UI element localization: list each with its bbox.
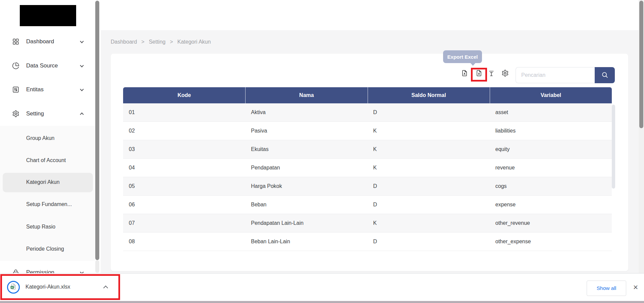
cell-variabel: asset [490,103,612,121]
search-input[interactable] [516,67,595,83]
pie-icon [12,62,19,69]
breadcrumb-separator: > [170,39,173,45]
cell-nama: Pendapatan Lain-Lain [245,214,367,232]
table-row[interactable]: 06 Beban D expense [123,196,612,214]
sidebar-item-dashboard[interactable]: Dashboard [0,34,95,49]
cell-kode: 02 [123,122,245,140]
cell-saldo: K [368,159,490,177]
table-row[interactable]: 08 Beban Lain-Lain D other_expense [123,233,612,251]
sidebar-item-label: Setting [26,110,44,117]
sidebar-item-chart-of-account[interactable]: Chart of Account [0,154,95,166]
cell-saldo: D [368,103,490,121]
sidebar-item-group-akun[interactable]: Group Akun [0,132,95,144]
table-row[interactable]: 05 Harga Pokok D cogs [123,177,612,196]
sidebar-item-setup-rasio[interactable]: Setup Rasio [0,221,95,233]
grid-icon [12,38,19,45]
cell-nama: Aktiva [245,103,367,121]
table-row[interactable]: 07 Pendapatan Lain-Lain K other_revenue [123,214,612,233]
search-button[interactable] [595,67,615,83]
column-header-saldo-normal: Saldo Normal [368,87,490,103]
page-scrollbar-thumb[interactable] [639,1,643,128]
table-scrollbar-thumb[interactable] [612,105,615,189]
kategori-akun-table: Kode Nama Saldo Normal Variabel 01 Aktiv… [123,87,612,251]
sub-item-label: Group Akun [26,135,55,141]
sliders-icon [12,86,19,93]
breadcrumb-setting[interactable]: Setting [149,39,166,45]
chevron-down-icon [79,65,85,67]
column-header-nama: Nama [245,87,367,103]
table-row[interactable]: 04 Pendapatan K revenue [123,159,612,177]
cell-kode: 06 [123,196,245,214]
sub-item-label: Setup Fundamen... [26,201,72,207]
sidebar-item-periode-closing[interactable]: Periode Closing [0,243,95,255]
cell-kode: 01 [123,103,245,121]
annotation-box-download-file [0,274,120,300]
app-logo [20,5,76,26]
export-excel-tooltip: Export Excel [443,50,482,63]
breadcrumb-kategori-akun[interactable]: Kategori Akun [177,39,211,45]
cell-nama: Harga Pokok [245,177,367,195]
sidebar-item-permission[interactable]: Permission [0,265,95,273]
show-all-button[interactable]: Show all [587,281,626,296]
column-header-variabel: Variabel [490,87,612,103]
sidebar-item-kategori-akun[interactable]: Kategori Akun [0,176,95,188]
cell-nama: Beban [245,196,367,214]
setting-submenu: Group Akun Chart of Account Kategori Aku… [0,126,95,261]
sub-item-label: Periode Closing [26,246,64,252]
cell-nama: Pasiva [245,122,367,140]
cell-variabel: other_expense [490,233,612,251]
sidebar-item-data-source[interactable]: Data Source [0,58,95,73]
top-bar [101,0,644,30]
search-icon [601,71,608,80]
gear-icon [12,110,19,117]
chevron-down-icon [79,89,85,91]
sidebar-item-entitas[interactable]: Entitas [0,82,95,97]
cell-kode: 04 [123,159,245,177]
tooltip-arrow [470,63,476,66]
cell-nama: Ekuitas [245,140,367,158]
close-icon[interactable]: ✕ [631,283,640,292]
sidebar-item-setup-fundamental[interactable]: Setup Fundamen... [0,198,95,210]
cell-nama: Pendapatan [245,159,367,177]
cell-kode: 07 [123,214,245,232]
export-pdf-icon[interactable] [461,69,468,77]
cell-variabel: equity [490,140,612,158]
sidebar-item-label: Data Source [26,62,58,69]
cell-variabel: other_revenue [490,214,612,232]
sidebar-item-setting[interactable]: Setting [0,106,95,121]
sidebar-item-label: Dashboard [26,38,54,45]
table-row[interactable]: 03 Ekuitas K equity [123,140,612,159]
cell-kode: 03 [123,140,245,158]
cell-saldo: D [368,196,490,214]
cell-variabel: revenue [490,159,612,177]
app-window: Dashboard Data Source Entitas Setting [0,0,644,303]
cell-kode: 05 [123,177,245,195]
sidebar-item-label: Permission [26,269,54,273]
sidebar-scrollbar-track[interactable] [95,260,99,273]
cell-variabel: cogs [490,177,612,195]
cell-variabel: liabilities [490,122,612,140]
cell-kode: 08 [123,233,245,251]
breadcrumb: Dashboard > Setting > Kategori Akun [111,39,211,45]
chevron-down-icon [79,41,85,43]
cell-saldo: K [368,122,490,140]
chevron-up-icon [79,112,85,116]
sidebar: Dashboard Data Source Entitas Setting [0,0,101,273]
cell-saldo: D [368,233,490,251]
sub-item-label: Chart of Account [26,157,66,163]
table-row[interactable]: 02 Pasiva K liabilities [123,122,612,140]
cell-nama: Beban Lain-Lain [245,233,367,251]
lock-icon [12,269,19,273]
sub-item-label: Setup Rasio [26,224,55,230]
table-row[interactable]: 01 Aktiva D asset [123,103,612,122]
breadcrumb-dashboard[interactable]: Dashboard [111,39,137,45]
sub-item-label: Kategori Akun [26,179,60,185]
table-header-row: Kode Nama Saldo Normal Variabel [123,87,612,103]
cell-variabel: expense [490,196,612,214]
cell-saldo: D [368,177,490,195]
window-bottom-edge [0,301,644,303]
cell-saldo: K [368,140,490,158]
sidebar-scrollbar-thumb[interactable] [95,1,99,260]
column-settings-icon[interactable] [501,69,509,77]
import-icon[interactable] [488,70,495,77]
